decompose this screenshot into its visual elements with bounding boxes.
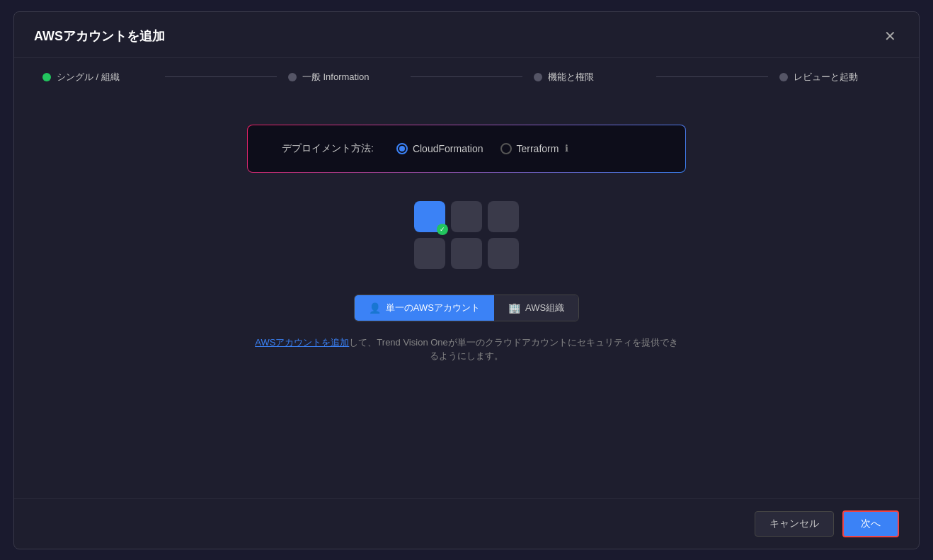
grid-cell-3 [488, 201, 519, 232]
description-link[interactable]: AWSアカウントを追加 [255, 337, 349, 348]
grid-cell-4 [414, 238, 445, 269]
step-2-dot [288, 73, 297, 81]
org-account-icon: 🏢 [508, 302, 520, 314]
account-type-toggle: 👤 単一のAWSアカウント 🏢 AWS組織 [354, 295, 579, 321]
modal-dialog: AWSアカウントを追加 ✕ シングル / 組織 一般 Information 機… [13, 11, 920, 549]
terraform-label: Terraform [517, 143, 559, 154]
step-1-label: シングル / 組織 [57, 71, 120, 84]
cloudformation-option[interactable]: CloudFormation [396, 143, 483, 154]
deployment-method-box: デプロイメント方法: CloudFormation Terraform ℹ [247, 125, 686, 173]
deployment-radio-group: CloudFormation Terraform ℹ [396, 143, 569, 154]
description-rest: して、Trend Vision Oneが単一のクラウドアカウントにセキュリティを… [349, 337, 677, 362]
next-button[interactable]: 次へ [842, 510, 899, 537]
terraform-option[interactable]: Terraform ℹ [500, 143, 569, 154]
grid-cell-2 [451, 201, 482, 232]
org-account-label: AWS組織 [525, 302, 564, 314]
org-account-button[interactable]: 🏢 AWS組織 [494, 295, 578, 321]
step-3-label: 機能と権限 [548, 71, 594, 84]
grid-cell-6 [488, 238, 519, 269]
deployment-label: デプロイメント方法: [282, 142, 374, 155]
step-4-dot [779, 73, 788, 81]
icon-grid: ✓ [414, 201, 519, 269]
modal-header: AWSアカウントを追加 ✕ [14, 12, 919, 58]
single-account-icon: 👤 [369, 302, 381, 314]
checkmark-badge: ✓ [437, 224, 448, 235]
cloudformation-label: CloudFormation [413, 143, 483, 154]
cancel-button[interactable]: キャンセル [755, 511, 834, 537]
step-line-3 [656, 76, 767, 77]
step-1-dot [42, 73, 51, 81]
terraform-radio[interactable] [500, 143, 512, 154]
step-2: 一般 Information [288, 71, 399, 84]
modal-title: AWSアカウントを追加 [34, 28, 165, 45]
step-3: 機能と権限 [534, 71, 645, 84]
step-3-dot [534, 73, 542, 81]
single-account-label: 単一のAWSアカウント [386, 302, 480, 314]
cloudformation-radio[interactable] [396, 143, 408, 154]
close-button[interactable]: ✕ [881, 26, 899, 46]
modal-content: デプロイメント方法: CloudFormation Terraform ℹ ✓ [14, 96, 919, 498]
step-4-label: レビューと起動 [794, 71, 858, 84]
grid-cell-1: ✓ [414, 201, 445, 232]
grid-cell-5 [451, 238, 482, 269]
step-4: レビューと起動 [779, 71, 891, 84]
step-2-label: 一般 Information [302, 71, 370, 84]
step-line-1 [165, 76, 276, 77]
stepper: シングル / 組織 一般 Information 機能と権限 レビューと起動 [14, 58, 919, 96]
single-account-button[interactable]: 👤 単一のAWSアカウント [355, 295, 494, 321]
modal-footer: キャンセル 次へ [14, 498, 919, 549]
step-line-2 [411, 76, 522, 77]
step-1: シングル / 組織 [42, 71, 154, 84]
terraform-info-icon: ℹ [565, 143, 568, 154]
description-text: AWSアカウントを追加して、Trend Vision Oneが単一のクラウドアカ… [254, 336, 679, 363]
